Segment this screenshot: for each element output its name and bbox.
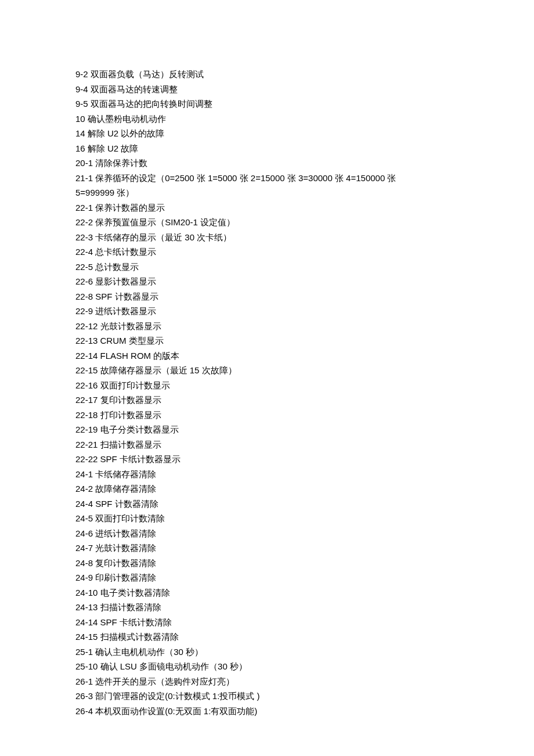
text-line: 22-21 扫描计数器显示 (75, 437, 459, 452)
text-line: 22-1 保养计数器的显示 (75, 200, 459, 215)
text-line: 24-6 进纸计数器清除 (75, 526, 459, 541)
text-line: 16 解除 U2 故障 (75, 141, 459, 156)
text-line: 9-2 双面器负载（马达）反转测试 (75, 67, 459, 82)
text-line: 22-12 光鼓计数器显示 (75, 319, 459, 334)
text-line: 26-3 部门管理器的设定(0:计数模式 1:投币模式 ) (75, 689, 459, 704)
text-line: 22-22 SPF 卡纸计数器显示 (75, 452, 459, 467)
text-line: 22-17 复印计数器显示 (75, 393, 459, 408)
text-line: 22-8 SPF 计数器显示 (75, 289, 459, 304)
text-line: 14 解除 U2 以外的故障 (75, 126, 459, 141)
text-line: 25-10 确认 LSU 多面镜电动机动作（30 秒） (75, 659, 459, 674)
text-line: 22-18 打印计数器显示 (75, 408, 459, 423)
text-line: 22-14 FLASH ROM 的版本 (75, 348, 459, 363)
text-line: 22-2 保养预置值显示（SIM20-1 设定值） (75, 215, 459, 230)
text-line: 22-9 进纸计数器显示 (75, 304, 459, 319)
text-line: 24-4 SPF 计数器清除 (75, 496, 459, 512)
text-line: 22-5 总计数显示 (75, 260, 459, 275)
text-line: 20-1 清除保养计数 (75, 156, 459, 171)
text-line: 5=999999 张） (75, 185, 459, 200)
text-line: 24-14 SPF 卡纸计数清除 (75, 615, 459, 630)
text-line: 24-5 双面打印计数清除 (75, 511, 459, 526)
text-line: 22-19 电子分类计数器显示 (75, 422, 459, 437)
text-line: 26-4 本机双面动作设置(0:无双面 1:有双面功能) (75, 704, 459, 719)
text-line: 22-13 CRUM 类型显示 (75, 333, 459, 348)
text-line: 22-3 卡纸储存的显示（最近 30 次卡纸） (75, 230, 459, 245)
text-line: 24-10 电子类计数器清除 (75, 585, 459, 600)
text-line: 22-6 显影计数器显示 (75, 274, 459, 289)
text-line: 24-1 卡纸储存器清除 (75, 467, 459, 482)
text-line: 24-8 复印计数器清除 (75, 556, 459, 571)
text-line: 22-4 总卡纸计数显示 (75, 244, 459, 260)
text-line: 22-16 双面打印计数显示 (75, 378, 459, 393)
text-line: 25-1 确认主电机机动作（30 秒） (75, 645, 459, 660)
text-line: 24-2 故障储存器清除 (75, 481, 459, 496)
text-line: 24-13 扫描计数器清除 (75, 600, 459, 615)
document-page: 9-2 双面器负载（马达）反转测试 9-4 双面器马达的转速调整 9-5 双面器… (0, 0, 534, 756)
text-line: 24-9 印刷计数器清除 (75, 570, 459, 585)
text-line: 26-1 选件开关的显示（选购件对应灯亮） (75, 674, 459, 689)
text-line: 24-15 扫描模式计数器清除 (75, 629, 459, 645)
text-line: 21-1 保养循环的设定（0=2500 张 1=5000 张 2=15000 张… (75, 171, 459, 186)
text-line: 22-15 故障储存器显示（最近 15 次故障） (75, 363, 459, 378)
text-line: 9-4 双面器马达的转速调整 (75, 82, 459, 97)
text-line: 24-7 光鼓计数器清除 (75, 541, 459, 556)
text-line: 9-5 双面器马达的把向转换时间调整 (75, 96, 459, 111)
text-line: 10 确认墨粉电动机动作 (75, 111, 459, 127)
